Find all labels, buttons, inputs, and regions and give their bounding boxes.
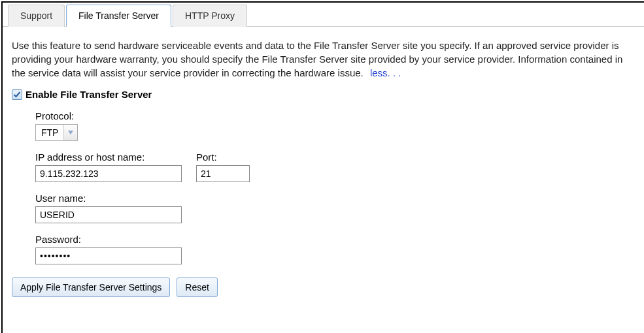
enable-checkbox[interactable] [12,89,22,100]
port-input[interactable] [196,165,250,182]
description-text: Use this feature to send hardware servic… [12,39,635,80]
password-input[interactable] [35,247,182,264]
less-link[interactable]: less. . . [370,67,401,78]
checkmark-icon [13,91,21,99]
user-name-input[interactable] [35,206,182,223]
apply-button[interactable]: Apply File Transfer Server Settings [12,278,170,297]
port-group: Port: [196,151,250,182]
tab-bar: Support File Transfer Server HTTP Proxy [3,3,644,27]
user-group: User name: [35,193,635,223]
port-label: Port: [196,151,250,163]
form-area: Protocol: FTP IP address or host name: P… [12,110,635,264]
tab-file-transfer-server[interactable]: File Transfer Server [66,5,171,27]
settings-panel: Support File Transfer Server HTTP Proxy … [1,1,644,333]
protocol-select[interactable]: FTP [35,124,78,141]
enable-row: Enable File Transfer Server [12,89,635,100]
reset-button[interactable]: Reset [177,278,218,297]
ip-group: IP address or host name: [35,151,182,182]
protocol-group: Protocol: FTP [35,110,635,141]
description-body: Use this feature to send hardware servic… [12,40,622,78]
password-group: Password: [35,234,635,264]
ip-label: IP address or host name: [35,151,182,163]
tab-support[interactable]: Support [8,5,65,27]
enable-label[interactable]: Enable File Transfer Server [25,89,152,100]
password-label: Password: [35,234,635,245]
tab-content: Use this feature to send hardware servic… [3,27,644,309]
ip-port-row: IP address or host name: Port: [35,151,635,182]
tab-http-proxy[interactable]: HTTP Proxy [173,5,247,27]
button-row: Apply File Transfer Server Settings Rese… [12,278,635,297]
protocol-value: FTP [36,125,64,140]
chevron-down-icon [64,125,77,140]
protocol-label: Protocol: [35,110,635,121]
user-label: User name: [35,193,635,204]
ip-input[interactable] [35,165,182,182]
